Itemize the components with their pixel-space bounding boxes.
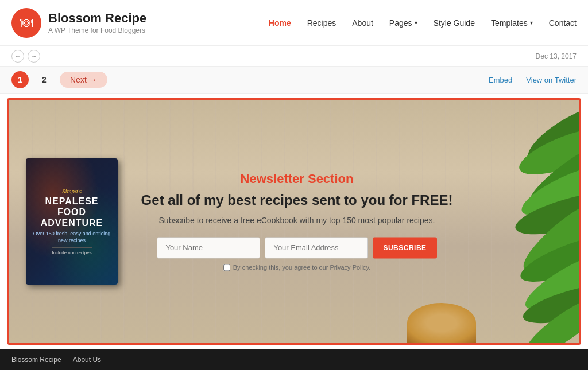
nav-templates[interactable]: Templates ▾ [491, 18, 533, 28]
logo-container: 🍽 Blossom Recipe A WP Theme for Food Blo… [11, 8, 161, 38]
brand-tagline: A WP Theme for Food Bloggers [48, 26, 146, 34]
page-1-btn[interactable]: 1 [11, 71, 29, 88]
footer-links: About Us [73, 356, 101, 364]
brand-name: Blossom Recipe [48, 11, 146, 26]
privacy-check: By checking this, you agree to our Priva… [135, 264, 459, 271]
templates-dropdown-arrow: ▾ [530, 20, 533, 26]
book-tagline: Include non recipes [52, 247, 91, 255]
newsletter-subtext: Subscribe to receive a free eCookbook wi… [135, 215, 459, 227]
bread-decoration [407, 303, 476, 343]
book-title-main: NEPALESE FOOD ADVENTURE [41, 196, 103, 229]
nav-recipes[interactable]: Recipes [307, 18, 336, 28]
leaves-decoration [459, 100, 579, 343]
footer-bar: Blossom Recipe About Us [0, 349, 588, 370]
view-on-twitter-link[interactable]: View on Twitter [526, 76, 577, 84]
toolbar: ← → Dec 13, 2017 [0, 46, 588, 67]
next-button[interactable]: Next → [60, 72, 107, 88]
logo-icon: 🍽 [11, 8, 41, 38]
privacy-checkbox[interactable] [223, 264, 230, 271]
email-input[interactable] [265, 238, 368, 259]
pagination-right: Embed View on Twitter [489, 76, 577, 84]
pages-dropdown-arrow: ▾ [415, 20, 417, 26]
book-cover: Simpa's NEPALESE FOOD ADVENTURE Over 150… [26, 158, 118, 285]
book-cursive-title: Simpa's [62, 188, 82, 194]
logo-text: Blossom Recipe A WP Theme for Food Blogg… [48, 11, 146, 34]
site-header: 🍽 Blossom Recipe A WP Theme for Food Blo… [0, 0, 588, 46]
newsletter-content: Newsletter Section Get all of my best re… [135, 172, 459, 271]
main-nav: Home Recipes About Pages ▾ Style Guide T… [161, 18, 577, 28]
embed-link[interactable]: Embed [489, 76, 512, 84]
nav-about[interactable]: About [352, 18, 373, 28]
newsletter-label: Newsletter Section [135, 172, 459, 186]
prev-icon[interactable]: ← [11, 50, 24, 63]
pagination-bar: 1 2 Next → Embed View on Twitter [0, 67, 588, 94]
toolbar-icons: ← → [11, 50, 40, 63]
page-2-btn[interactable]: 2 [36, 71, 53, 88]
newsletter-heading: Get all of my best recipes sent to you f… [135, 191, 459, 209]
nav-contact[interactable]: Contact [549, 18, 577, 28]
next-icon[interactable]: → [28, 50, 40, 63]
privacy-text: By checking this, you agree to our Priva… [233, 264, 370, 271]
nav-home[interactable]: Home [269, 18, 291, 28]
book-subtitle: Over 150 fresh, easy and enticing new re… [33, 231, 111, 244]
subscribe-button[interactable]: SUBSCRIBE [373, 238, 436, 259]
date-label: Dec 13, 2017 [536, 52, 577, 60]
toolbar-left: ← → [11, 50, 40, 63]
newsletter-form: SUBSCRIBE [135, 238, 459, 259]
nav-pages[interactable]: Pages ▾ [389, 18, 417, 28]
newsletter-section: Simpa's NEPALESE FOOD ADVENTURE Over 150… [9, 100, 579, 343]
main-content: Simpa's NEPALESE FOOD ADVENTURE Over 150… [7, 98, 581, 345]
name-input[interactable] [157, 238, 260, 259]
nav-style-guide[interactable]: Style Guide [434, 18, 475, 28]
footer-brand: Blossom Recipe [11, 356, 61, 364]
